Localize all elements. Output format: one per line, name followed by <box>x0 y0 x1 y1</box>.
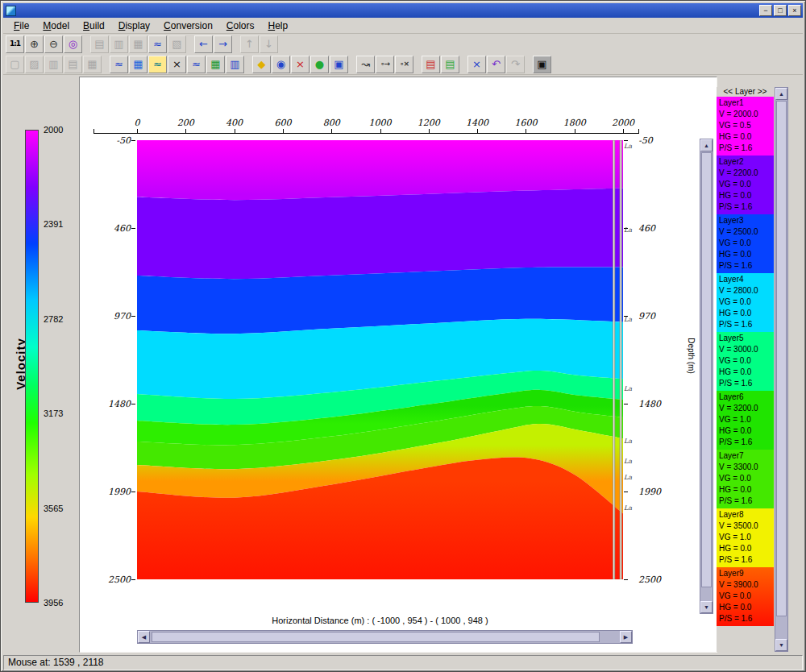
velocity-table-button[interactable]: ▥ <box>226 56 244 73</box>
zoom-out-button[interactable]: ⊖ <box>44 35 63 53</box>
menu-model[interactable]: Model <box>36 19 77 33</box>
x-axis-line <box>93 133 639 134</box>
layer-property: HG = 0.0 <box>719 602 774 613</box>
layer-property: P/S = 1.6 <box>719 260 774 272</box>
redo-icon: ↷ <box>511 59 520 69</box>
erase-horizon-button: ▧ <box>168 35 186 53</box>
nav-right-button[interactable]: → <box>214 35 232 53</box>
extend-horizon-button[interactable]: ∘→ <box>376 56 394 73</box>
h-scroll-right-button[interactable]: ▶ <box>620 631 632 643</box>
layer-v-scrollbar[interactable]: ▲ ▼ <box>775 87 788 652</box>
open-model-button: ▨ <box>25 56 44 73</box>
layer-item-layer3[interactable]: Layer3V = 2500.0VG = 0.0HG = 0.0P/S = 1.… <box>717 214 774 273</box>
show-velocity-field-button[interactable]: ≈ <box>110 56 128 73</box>
layer-item-layer9[interactable]: Layer9V = 3900.0VG = 0.0HG = 0.0P/S = 1.… <box>717 567 774 626</box>
x-tick <box>477 129 478 133</box>
draw-horizon-button[interactable]: ≈ <box>148 35 167 53</box>
h-scroll-thumb[interactable] <box>152 632 600 642</box>
x-tick-label: 200 <box>169 118 202 128</box>
cut-model-button[interactable]: × <box>168 56 186 73</box>
layer-item-layer8[interactable]: Layer8V = 3500.0VG = 1.0HG = 0.0P/S = 1.… <box>717 508 774 567</box>
layer-scroll-up-button[interactable]: ▲ <box>775 88 787 100</box>
toolbar-tools: ▢▨▥▤▦≈▦≈×≈▦▥◆◉×●▣↝∘→∘×▤▤×↶↷▣ <box>3 54 803 75</box>
layer-item-layer6[interactable]: Layer6V = 3200.0VG = 1.0HG = 0.0P/S = 1.… <box>717 391 774 450</box>
insert-layer-button[interactable]: ● <box>310 56 329 73</box>
layer-panel-header[interactable]: << Layer >> <box>717 87 774 97</box>
menu-display[interactable]: Display <box>112 19 157 33</box>
layer-property: VG = 1.0 <box>719 414 774 425</box>
protect-layer-button[interactable]: ▣ <box>330 56 348 73</box>
colorbar-tick-label: 2000 <box>44 125 77 135</box>
layer-item-layer4[interactable]: Layer4V = 2800.0VG = 0.0HG = 0.0P/S = 1.… <box>717 273 774 332</box>
y-tick-label-right: 1990 <box>638 487 674 497</box>
grid-model-icon: ▦ <box>210 59 220 69</box>
well-marker-line[interactable] <box>613 140 615 579</box>
protect-layer-icon: ▣ <box>334 59 343 69</box>
h-scrollbar[interactable]: ◀ ▶ <box>137 630 633 644</box>
colorbar-area: Velocity 200023912782317335653956 <box>3 76 79 655</box>
zoom-region-button[interactable]: ◎ <box>64 35 82 53</box>
nav-left-button[interactable]: ← <box>194 35 213 53</box>
menu-build[interactable]: Build <box>77 19 112 33</box>
export-model-button: ▦ <box>83 56 102 73</box>
y-tick-label-right: 1480 <box>638 399 674 409</box>
y-tick-label-left: 2500 <box>95 575 131 585</box>
plot-scroll-up-button[interactable]: ▲ <box>700 139 713 151</box>
y-tick-label-right: 460 <box>638 223 674 234</box>
show-horizons-button[interactable]: ≈ <box>148 56 167 73</box>
show-layer-fill-button[interactable]: ▦ <box>129 56 147 73</box>
zoom-one-to-one-button[interactable]: 1:1 <box>6 35 24 53</box>
layer-property: HG = 0.0 <box>719 367 774 378</box>
menu-conversion[interactable]: Conversion <box>157 19 220 33</box>
layer-name: Layer4 <box>719 274 774 285</box>
horizon-palette-button[interactable]: ▤ <box>441 56 459 73</box>
colorbar-tick-label: 3173 <box>44 409 77 418</box>
y-tick-right <box>624 404 628 404</box>
layer-property: V = 3900.0 <box>719 579 774 591</box>
y-tick-left <box>131 492 135 492</box>
toolbar-navigation: 1:1⊕⊖◎▤▥▦≈▧←→↑↓ <box>3 34 803 54</box>
layer-item-layer1[interactable]: Layer1V = 2000.0VG = 0.5HG = 0.0P/S = 1.… <box>717 97 774 156</box>
maximize-button[interactable]: □ <box>774 5 787 16</box>
menu-file[interactable]: File <box>7 19 36 33</box>
toolbar-separator <box>245 56 251 73</box>
status-bar: Mouse at: 1539 , 2118 <box>3 655 803 670</box>
layer-item-layer2[interactable]: Layer2V = 2200.0VG = 0.0HG = 0.0P/S = 1.… <box>717 156 774 214</box>
grid-model-button[interactable]: ▦ <box>206 56 225 73</box>
nav-up-icon: ↑ <box>245 39 254 49</box>
menu-help[interactable]: Help <box>262 19 296 33</box>
delete-node-button[interactable]: × <box>291 56 310 73</box>
velocity-model-plot[interactable] <box>137 140 623 579</box>
insert-layer-icon: ● <box>315 59 324 69</box>
move-mode-icon: ▥ <box>114 39 123 49</box>
close-button[interactable]: × <box>788 5 801 16</box>
layer-item-layer7[interactable]: Layer7V = 3300.0VG = 0.0HG = 0.0P/S = 1.… <box>717 450 774 508</box>
interpolate-horizon-button[interactable]: ↝ <box>356 56 375 73</box>
layer2-region[interactable] <box>137 188 623 279</box>
minimize-button[interactable]: − <box>759 5 772 16</box>
toolbar-separator <box>233 35 239 53</box>
clear-picks-button[interactable]: × <box>467 56 486 73</box>
plot-scroll-down-button[interactable]: ▼ <box>700 601 713 613</box>
layer-scroll-thumb[interactable] <box>776 101 787 616</box>
plot-v-scrollbar[interactable]: ▲ ▼ <box>700 139 713 614</box>
trim-horizon-button[interactable]: ∘× <box>395 56 413 73</box>
menu-colors[interactable]: Colors <box>220 19 262 33</box>
well-marker-line[interactable] <box>620 140 621 579</box>
snapshot-button[interactable]: ▣ <box>533 56 551 73</box>
edit-node-button[interactable]: ◉ <box>272 56 290 73</box>
layer-item-layer5[interactable]: Layer5V = 3000.0VG = 0.0HG = 0.0P/S = 1.… <box>717 332 774 391</box>
add-node-button[interactable]: ◆ <box>252 56 271 73</box>
zoom-in-button[interactable]: ⊕ <box>25 35 44 53</box>
layer-palette-button[interactable]: ▤ <box>422 56 440 73</box>
h-scroll-left-button[interactable]: ◀ <box>138 631 150 643</box>
save-model-button: ▥ <box>44 56 63 73</box>
plot-scroll-thumb[interactable] <box>701 152 712 587</box>
colorbar-tick-label: 3956 <box>44 598 77 608</box>
layer-scroll-down-button[interactable]: ▼ <box>775 639 787 651</box>
smooth-horizon-button[interactable]: ≈ <box>187 56 206 73</box>
undo-button[interactable]: ↶ <box>487 56 505 73</box>
layer-property: P/S = 1.6 <box>719 143 774 154</box>
x-tick-label: 1200 <box>413 118 445 128</box>
layer-name: Layer5 <box>719 333 774 344</box>
